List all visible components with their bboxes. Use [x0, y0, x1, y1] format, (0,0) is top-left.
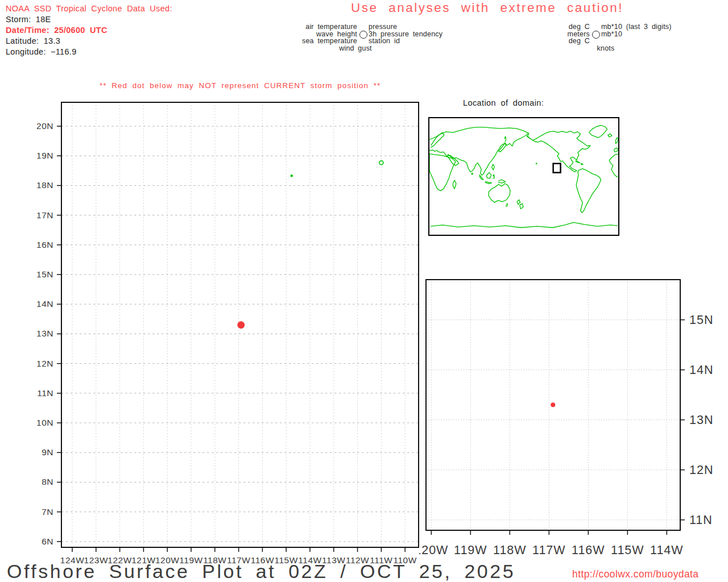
latitude-line: Latitude: 13.3 [6, 36, 172, 47]
coastline [485, 182, 492, 184]
y-tick-label: 13N [36, 329, 53, 338]
coastline [589, 126, 607, 138]
y-tick-label: 15N [689, 313, 713, 327]
datetime-line: Date/Time: 25/0600 UTC [6, 25, 172, 36]
y-tick-label: 8N [42, 477, 53, 487]
domain-map-title: Location of domain: [463, 98, 544, 107]
coastline [517, 200, 520, 205]
y-tick-label: 14N [36, 299, 53, 309]
y-tick-label: 14N [689, 363, 713, 377]
coastline [431, 132, 444, 147]
coastline [489, 184, 510, 202]
unit-knots: knots [583, 45, 628, 52]
legend-wind-gust: wind gust [321, 45, 390, 52]
coastline [536, 163, 537, 164]
coastline [479, 174, 483, 180]
unit-mb10: mb*10 [601, 31, 622, 38]
station-circle-icon [359, 31, 367, 39]
x-tick-label: 118W [493, 543, 527, 557]
y-tick-label: 16N [36, 240, 53, 250]
clarion-island [291, 174, 293, 177]
y-tick-label: 6N [42, 537, 53, 546]
y-tick-label: 20N [36, 121, 53, 131]
world-map-inset [428, 117, 619, 236]
main-plot-svg: 124W123W122W121W120W119W118W117W116W115W… [30, 97, 428, 572]
coastline [498, 180, 506, 183]
coastline [453, 180, 457, 189]
coastline [614, 148, 618, 152]
legend-station-id: station id [369, 38, 400, 45]
coastline [609, 154, 618, 177]
x-tick-label: 114W [650, 543, 684, 557]
y-tick-label: 12N [689, 463, 713, 477]
coastline [608, 134, 612, 137]
unit-deg-c-sea: deg C [529, 38, 590, 45]
y-tick-label: 15N [36, 269, 53, 279]
storm-position-warning: ** Red dot below may NOT represent CURRE… [100, 81, 380, 90]
y-tick-label: 10N [36, 418, 53, 427]
y-tick-label: 18N [36, 180, 53, 190]
y-tick-label: 19N [36, 151, 53, 160]
coastline [575, 161, 580, 163]
coastline [615, 138, 618, 143]
header-info-block: NOAA SSD Tropical Cyclone Data Used: Sto… [6, 3, 172, 57]
coastline [493, 174, 495, 178]
coastline [581, 164, 584, 165]
world-map-svg [429, 118, 618, 235]
domain-box [553, 164, 561, 173]
storm-id-line: Storm: 18E [6, 14, 172, 25]
x-tick-label: 117W [532, 543, 566, 557]
y-tick-label: 7N [42, 507, 53, 517]
storm-position-dot [237, 321, 245, 329]
y-tick-label: 13N [689, 413, 713, 427]
coastline [429, 154, 456, 191]
units-circle-icon [592, 31, 600, 39]
coastline [520, 203, 524, 209]
coastline [487, 173, 491, 178]
caution-headline: Use analyses with extreme caution! [351, 1, 623, 15]
inset-plot-svg: 120W119W118W117W116W115W114W11N12N13N14N… [419, 274, 725, 560]
buoydata-url-link[interactable]: http://coolwx.com/buoydata [572, 568, 698, 580]
coastline [492, 164, 495, 170]
coastline [504, 136, 506, 142]
coastline [431, 222, 618, 227]
y-tick-label: 11N [689, 513, 713, 527]
x-tick-label: 116W [572, 543, 605, 557]
longitude-line: Longitude: −116.9 [6, 47, 172, 57]
x-tick-label: 119W [454, 543, 487, 557]
station-model-legend: air temperature wave height sea temperat… [284, 23, 461, 56]
plot-title: Offshore Surface Plot at 02Z / OCT 25, 2… [7, 560, 515, 582]
coastline [506, 203, 508, 206]
coastline [527, 131, 591, 172]
units-legend: deg C meters deg C knots mb*10 (last 3 d… [529, 23, 725, 56]
y-tick-label: 9N [42, 447, 53, 457]
x-tick-label: 115W [611, 543, 644, 557]
data-source-line: NOAA SSD Tropical Cyclone Data Used: [6, 3, 172, 14]
coastline [429, 127, 528, 175]
y-tick-label: 12N [36, 359, 53, 368]
storm-position-dot [551, 402, 555, 407]
coastline [471, 173, 473, 174]
coastline [576, 169, 601, 213]
y-tick-label: 17N [36, 210, 53, 220]
y-tick-label: 11N [37, 388, 53, 398]
